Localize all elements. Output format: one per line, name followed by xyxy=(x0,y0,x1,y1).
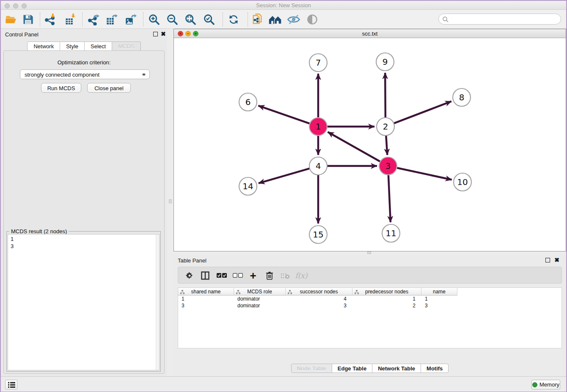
tab-select[interactable]: Select xyxy=(85,41,112,51)
edge-2-8[interactable] xyxy=(393,101,451,124)
home-icon[interactable] xyxy=(268,14,283,25)
run-mcds-button[interactable]: Run MCDS xyxy=(41,83,81,93)
table-options-icon[interactable] xyxy=(185,271,194,281)
zoom-fit-icon[interactable] xyxy=(184,14,196,25)
control-panel-title: Control Panel xyxy=(5,31,39,38)
edge-4-14[interactable] xyxy=(259,168,311,183)
tab-edge-table[interactable]: Edge Table xyxy=(332,364,372,373)
memory-status-icon xyxy=(532,382,537,387)
function-builder-icon[interactable]: f(x) xyxy=(294,271,308,281)
create-column-icon[interactable]: + xyxy=(248,271,259,281)
toolbar-separator xyxy=(223,12,223,27)
export-image-icon[interactable] xyxy=(125,14,137,25)
result-scrollbar[interactable] xyxy=(156,235,159,370)
node-2[interactable]: 2 xyxy=(377,118,394,135)
float-panel-icon[interactable] xyxy=(153,32,158,36)
node-label: 3 xyxy=(385,161,391,171)
tab-node-table[interactable]: Node Table xyxy=(291,364,332,373)
node-6[interactable]: 6 xyxy=(239,93,257,111)
deselect-all-columns-icon[interactable] xyxy=(232,271,243,281)
column-header-mcds-role[interactable]: MCDS role xyxy=(234,288,286,295)
column-header-label: predecessor nodes xyxy=(365,289,408,295)
close-panel-icon[interactable]: ✖ xyxy=(161,31,166,37)
edge-2-9[interactable] xyxy=(385,73,385,119)
show-panels-icon[interactable] xyxy=(306,14,318,25)
splitter-grip[interactable] xyxy=(169,199,172,203)
tab-style[interactable]: Style xyxy=(60,41,85,51)
table-row[interactable]: 1dominator411 xyxy=(178,295,561,302)
edge-3-10[interactable] xyxy=(396,168,452,180)
zoom-in-icon[interactable] xyxy=(148,14,160,25)
delete-table-icon[interactable] xyxy=(280,271,291,281)
optimization-criterion-select[interactable]: strongly connected component xyxy=(20,69,150,79)
tab-network[interactable]: Network xyxy=(27,41,60,51)
horizontal-splitter[interactable] xyxy=(173,251,566,255)
node-10[interactable]: 10 xyxy=(454,173,471,191)
table-header-row: shared nameMCDS rolesuccessor nodesprede… xyxy=(178,288,457,295)
close-panel-icon[interactable]: ✖ xyxy=(554,257,559,263)
edge-1-6[interactable] xyxy=(259,106,311,124)
column-header-label: MCDS role xyxy=(247,289,272,295)
dropdown-value: strongly connected component xyxy=(25,72,99,78)
column-header-label: shared name xyxy=(191,289,220,295)
node-15[interactable]: 15 xyxy=(309,226,327,243)
toolbar-separator xyxy=(248,12,248,27)
column-layout-icon[interactable] xyxy=(200,271,210,281)
export-network-icon[interactable] xyxy=(88,14,99,25)
toolbar-separator xyxy=(82,12,83,27)
network-document-icon[interactable] xyxy=(251,14,263,25)
select-all-columns-icon[interactable] xyxy=(216,271,227,281)
column-header-successor-nodes[interactable]: successor nodes xyxy=(286,288,352,295)
table-cell: 1 xyxy=(421,295,457,302)
network-graph[interactable]: 7968124314101511 xyxy=(174,38,567,251)
column-header-predecessor-nodes[interactable]: predecessor nodes xyxy=(352,288,421,295)
memory-label: Memory xyxy=(539,381,559,388)
table-cell: 1 xyxy=(178,295,234,302)
task-history-button[interactable] xyxy=(5,380,17,389)
node-label: 9 xyxy=(383,57,388,67)
mcds-result-textarea[interactable]: 13 xyxy=(8,234,160,370)
node-8[interactable]: 8 xyxy=(453,88,471,106)
node-9[interactable]: 9 xyxy=(376,53,394,71)
edge-3-1[interactable] xyxy=(328,132,381,162)
export-table-icon[interactable] xyxy=(106,14,118,25)
column-type-icon xyxy=(236,290,240,294)
close-panel-button[interactable]: Close panel xyxy=(87,83,131,93)
tab-motifs[interactable]: Motifs xyxy=(421,364,449,373)
delete-column-icon[interactable] xyxy=(264,271,275,281)
search-input[interactable] xyxy=(451,15,557,23)
splitter-grip[interactable] xyxy=(367,251,371,254)
node-14[interactable]: 14 xyxy=(239,177,257,195)
hide-panels-icon[interactable] xyxy=(287,14,300,25)
mcds-result-list: 13 xyxy=(8,235,159,250)
search-field[interactable] xyxy=(438,14,561,25)
node-label: 2 xyxy=(383,121,388,132)
network-canvas[interactable]: 7968124314101511 xyxy=(174,38,566,251)
import-network-icon[interactable] xyxy=(44,14,56,25)
open-file-icon[interactable] xyxy=(5,14,17,25)
edge-3-11[interactable] xyxy=(388,174,391,222)
edge-2-3[interactable] xyxy=(386,135,387,155)
save-session-icon[interactable] xyxy=(22,14,34,25)
node-label: 8 xyxy=(459,92,465,102)
column-header-name[interactable]: name xyxy=(421,288,457,295)
node-1[interactable]: 1 xyxy=(309,118,327,135)
zoom-selected-icon[interactable] xyxy=(203,14,215,25)
node-7[interactable]: 7 xyxy=(309,54,327,72)
zoom-out-icon[interactable] xyxy=(166,14,178,25)
tab-network-table[interactable]: Network Table xyxy=(372,364,421,373)
vertical-splitter[interactable] xyxy=(167,29,173,376)
tab-mcds[interactable]: MCDS xyxy=(112,41,140,51)
node-11[interactable]: 11 xyxy=(382,224,400,242)
import-table-icon[interactable] xyxy=(64,14,76,25)
node-label: 10 xyxy=(457,177,468,187)
refresh-icon[interactable] xyxy=(228,14,239,25)
node-4[interactable]: 4 xyxy=(309,157,327,175)
network-window-title: scc.txt xyxy=(174,30,566,37)
node-3[interactable]: 3 xyxy=(379,157,397,175)
column-header-shared-name[interactable]: shared name xyxy=(178,288,234,295)
memory-button[interactable]: Memory xyxy=(531,380,560,389)
column-type-icon xyxy=(288,290,292,294)
float-panel-icon[interactable] xyxy=(545,258,550,262)
table-row[interactable]: 3dominator323 xyxy=(178,302,561,309)
